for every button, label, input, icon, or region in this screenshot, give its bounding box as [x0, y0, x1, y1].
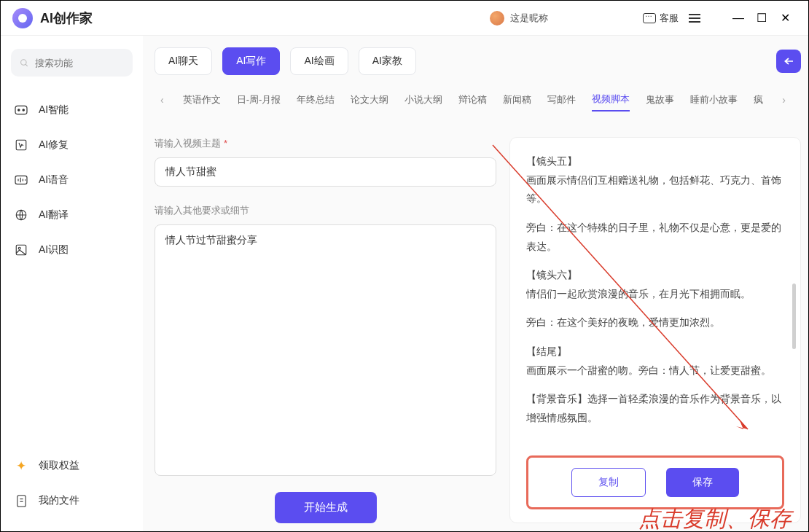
- chat-icon: [643, 13, 656, 23]
- subtab-debate[interactable]: 辩论稿: [458, 89, 487, 111]
- subtab-thesis[interactable]: 论文大纲: [351, 89, 388, 111]
- subtab-email[interactable]: 写邮件: [547, 89, 576, 111]
- back-button[interactable]: [776, 50, 801, 73]
- gift-icon: ✦: [14, 458, 28, 473]
- output-panel: 【镜头五】画面展示情侣们互相赠送礼物，包括鲜花、巧克力、首饰等。 旁白：在这个特…: [509, 137, 801, 523]
- action-highlight-box: 复制 保存: [526, 455, 784, 509]
- svg-point-0: [21, 59, 26, 64]
- sidebar-item-ai-image[interactable]: AI识图: [11, 232, 133, 267]
- subtabs-row: ‹ 英语作文 日-周-月报 年终总结 论文大纲 小说大纲 辩论稿 新闻稿 写邮件…: [155, 88, 801, 120]
- app-title: AI创作家: [40, 9, 93, 27]
- subtab-ghost[interactable]: 鬼故事: [646, 89, 674, 111]
- nickname: 这是昵称: [510, 12, 548, 25]
- subtabs-next[interactable]: ›: [779, 94, 789, 106]
- support-button[interactable]: 客服: [643, 12, 679, 25]
- detail-textarea[interactable]: [155, 224, 496, 476]
- subtab-video-script[interactable]: 视频脚本: [592, 88, 630, 112]
- hamburger-icon[interactable]: [689, 12, 700, 25]
- scrollbar[interactable]: [792, 283, 796, 349]
- svg-point-3: [18, 109, 20, 111]
- input-panel: 请输入视频主题* 请输入其他要求或细节 开始生成: [155, 137, 496, 523]
- minimize-button[interactable]: —: [727, 7, 750, 30]
- image-icon: [14, 243, 28, 257]
- tab-tutor[interactable]: AI家教: [359, 47, 416, 75]
- subtab-novel[interactable]: 小说大纲: [404, 89, 442, 111]
- svg-point-4: [23, 109, 24, 111]
- tab-chat[interactable]: AI聊天: [155, 47, 212, 75]
- titlebar: AI创作家 这是昵称 客服 — ☐ ✕: [1, 1, 808, 36]
- subtab-more[interactable]: 疯: [754, 89, 763, 111]
- svg-line-1: [26, 64, 28, 66]
- translate-icon: [14, 208, 28, 222]
- sidebar-item-ai-repair[interactable]: AI修复: [11, 128, 133, 163]
- tab-write[interactable]: AI写作: [222, 47, 280, 75]
- close-button[interactable]: ✕: [773, 7, 797, 30]
- sidebar-item-label: AI翻译: [39, 208, 69, 222]
- search-icon: [20, 58, 29, 69]
- search-box[interactable]: [11, 49, 133, 77]
- sidebar: AI智能 AI修复 AI语音 AI翻译 AI识图 ✦ 领取权益 我的文件: [1, 36, 143, 531]
- generate-button[interactable]: 开始生成: [275, 492, 377, 523]
- svg-point-13: [18, 247, 20, 249]
- sidebar-item-label: 领取权益: [39, 459, 79, 472]
- sidebar-item-benefits[interactable]: ✦ 领取权益: [11, 448, 133, 483]
- brain-icon: [14, 103, 28, 117]
- sidebar-item-ai-translate[interactable]: AI翻译: [11, 197, 133, 232]
- subtab-bedtime[interactable]: 睡前小故事: [690, 89, 738, 111]
- sidebar-item-ai-intelligence[interactable]: AI智能: [11, 93, 133, 128]
- file-icon: [14, 493, 28, 508]
- tabs-row: AI聊天 AI写作 AI绘画 AI家教: [155, 47, 801, 75]
- save-button[interactable]: 保存: [666, 468, 739, 497]
- sidebar-item-label: 我的文件: [39, 494, 79, 507]
- subtab-report[interactable]: 日-周-月报: [237, 89, 281, 111]
- avatar[interactable]: [490, 11, 504, 26]
- subtab-news[interactable]: 新闻稿: [503, 89, 531, 111]
- copy-button[interactable]: 复制: [571, 468, 646, 497]
- maximize-button[interactable]: ☐: [750, 7, 773, 30]
- subtab-summary[interactable]: 年终总结: [297, 89, 335, 111]
- sidebar-item-label: AI修复: [39, 138, 69, 152]
- search-input[interactable]: [35, 58, 124, 69]
- tab-draw[interactable]: AI绘画: [290, 47, 348, 75]
- back-arrow-icon: [783, 56, 794, 66]
- sidebar-item-label: AI识图: [39, 243, 69, 257]
- svg-rect-2: [15, 106, 27, 114]
- repair-icon: [14, 138, 28, 152]
- subtabs-prev[interactable]: ‹: [157, 94, 167, 106]
- detail-label: 请输入其他要求或细节: [155, 204, 496, 217]
- support-label: 客服: [660, 12, 679, 25]
- app-logo-icon: [12, 8, 33, 28]
- voice-icon: [14, 173, 28, 187]
- subtab-essay[interactable]: 英语作文: [183, 89, 221, 111]
- topic-label: 请输入视频主题*: [155, 137, 496, 150]
- main-content: AI聊天 AI写作 AI绘画 AI家教 ‹ 英语作文 日-周-月报 年终总结 论…: [143, 36, 808, 531]
- sidebar-item-label: AI语音: [39, 173, 69, 187]
- output-text: 【镜头五】画面展示情侣们互相赠送礼物，包括鲜花、巧克力、首饰等。 旁白：在这个特…: [526, 152, 784, 451]
- topic-input[interactable]: [155, 157, 496, 187]
- svg-rect-14: [17, 495, 25, 506]
- sidebar-item-files[interactable]: 我的文件: [11, 483, 133, 518]
- sidebar-item-label: AI智能: [39, 103, 69, 117]
- sidebar-item-ai-voice[interactable]: AI语音: [11, 163, 133, 197]
